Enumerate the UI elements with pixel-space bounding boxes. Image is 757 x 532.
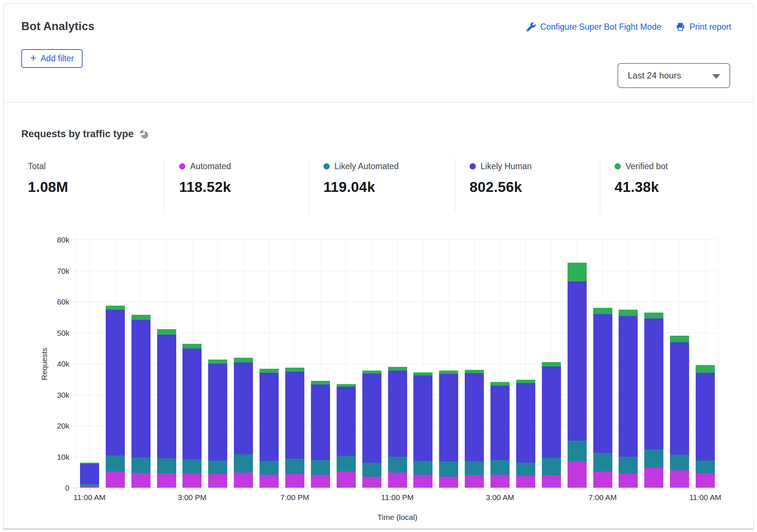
x-tick bbox=[500, 488, 500, 491]
bar-segment-verified-bot bbox=[208, 360, 227, 364]
bar-segment-verified-bot bbox=[182, 344, 202, 349]
bar-segment-automated bbox=[131, 473, 151, 488]
bar-segment-automated bbox=[413, 475, 432, 488]
stacked-bar bbox=[362, 371, 381, 488]
bar-segment-likely-automated bbox=[311, 460, 330, 475]
chevron-down-icon bbox=[712, 74, 720, 79]
bar-segment-likely-automated bbox=[106, 455, 125, 471]
x-tick-label: 11:00 AM bbox=[689, 493, 721, 502]
bar-segment-likely-human bbox=[234, 362, 253, 454]
bar-segment-likely-human bbox=[413, 375, 432, 461]
bar-segment-likely-human bbox=[157, 335, 176, 458]
stacked-bar bbox=[337, 384, 356, 488]
bar-segment-verified-bot bbox=[388, 367, 407, 371]
bar-segment-likely-automated bbox=[670, 455, 689, 470]
bar-segment-verified-bot bbox=[260, 369, 279, 373]
bar-segment-likely-automated bbox=[696, 460, 715, 473]
bar-segment-automated bbox=[311, 475, 330, 488]
bar-segment-automated bbox=[696, 473, 715, 488]
bar-segment-likely-automated bbox=[208, 460, 227, 474]
stacked-bar bbox=[490, 382, 510, 488]
bar-segment-likely-human bbox=[516, 383, 535, 463]
bar-segment-likely-automated bbox=[644, 449, 663, 468]
plot-left-edge bbox=[77, 240, 77, 488]
bar-segment-likely-human bbox=[388, 371, 407, 457]
y-tick-label: 30k bbox=[33, 390, 69, 400]
plus-icon: + bbox=[30, 52, 37, 63]
bar-segment-automated bbox=[362, 477, 381, 488]
stat-verified-bot-label: Verified bot bbox=[626, 161, 668, 171]
stat-likely-human: Likely Human 802.56k bbox=[470, 161, 532, 195]
y-tick bbox=[74, 395, 77, 395]
bar-segment-verified-bot bbox=[542, 362, 561, 367]
bar-segment-verified-bot bbox=[619, 310, 638, 316]
stacked-bar bbox=[208, 360, 227, 488]
x-tick bbox=[603, 488, 603, 491]
y-tick bbox=[74, 240, 77, 240]
stat-divider bbox=[309, 158, 309, 214]
stat-likely-human-value: 802.56k bbox=[470, 179, 532, 195]
stacked-bar bbox=[234, 358, 253, 488]
bar-segment-automated bbox=[490, 475, 510, 488]
bar-segment-automated bbox=[182, 474, 202, 488]
y-tick-label: 20k bbox=[33, 421, 69, 431]
section-title: Requests by traffic type bbox=[21, 128, 134, 140]
stacked-bar bbox=[593, 308, 612, 488]
stacked-bar bbox=[644, 313, 663, 488]
stacked-bar bbox=[311, 381, 330, 488]
x-tick bbox=[90, 488, 90, 491]
stacked-bar bbox=[542, 362, 561, 488]
likely-human-dot bbox=[470, 163, 476, 170]
traffic-type-stats: Total 1.08M Automated 118.52k Likely Aut… bbox=[4, 158, 753, 214]
bar-segment-automated bbox=[80, 487, 99, 488]
x-tick-label: 7:00 PM bbox=[280, 493, 309, 502]
add-filter-label: Add filter bbox=[41, 54, 74, 63]
bar-segment-likely-human bbox=[182, 349, 202, 460]
x-tick bbox=[295, 488, 295, 491]
bar-segment-verified-bot bbox=[696, 365, 715, 373]
bar-segment-likely-human bbox=[619, 316, 638, 457]
y-tick-label: 50k bbox=[33, 328, 69, 338]
bar-segment-automated bbox=[568, 462, 587, 488]
y-tick bbox=[74, 364, 77, 364]
stat-likely-automated-label: Likely Automated bbox=[334, 161, 399, 171]
time-range-select[interactable]: Last 24 hours bbox=[617, 63, 730, 88]
stat-divider bbox=[455, 158, 455, 214]
bar-segment-automated bbox=[465, 475, 484, 488]
bar-segment-likely-automated bbox=[157, 458, 176, 473]
stat-likely-automated-value: 119.04k bbox=[323, 179, 399, 195]
verified-bot-dot bbox=[615, 163, 621, 170]
bar-segment-likely-automated bbox=[593, 453, 612, 471]
bar-segment-automated bbox=[208, 474, 227, 488]
bar-segment-verified-bot bbox=[131, 315, 151, 320]
y-tick-label: 70k bbox=[33, 266, 69, 276]
x-tick bbox=[398, 488, 398, 491]
stacked-bar bbox=[413, 372, 432, 488]
stacked-bar bbox=[568, 263, 587, 488]
bar-segment-likely-human bbox=[670, 342, 689, 455]
stacked-bar bbox=[131, 315, 151, 488]
bar-segment-verified-bot bbox=[337, 384, 356, 387]
bar-segment-likely-human bbox=[106, 310, 125, 455]
bar-segment-likely-automated bbox=[568, 441, 587, 462]
bar-segment-automated bbox=[157, 473, 176, 488]
configure-link-label: Configure Super Bot Fight Mode bbox=[540, 22, 661, 32]
print-link-label: Print report bbox=[689, 22, 731, 32]
bar-segment-likely-human bbox=[696, 373, 715, 460]
bar-segment-verified-bot bbox=[439, 371, 458, 374]
configure-super-bot-fight-mode-link[interactable]: Configure Super Bot Fight Mode bbox=[526, 22, 661, 32]
stat-total-value: 1.08M bbox=[28, 179, 68, 195]
header-divider bbox=[4, 102, 753, 102]
print-report-link[interactable]: Print report bbox=[676, 22, 731, 32]
bar-segment-likely-human bbox=[80, 464, 99, 484]
bar-segment-likely-human bbox=[593, 314, 612, 453]
bar-segment-likely-automated bbox=[413, 461, 432, 474]
wrench-icon bbox=[526, 22, 536, 32]
bar-segment-likely-human bbox=[208, 364, 227, 460]
bar-segment-verified-bot bbox=[157, 329, 176, 334]
add-filter-button[interactable]: + Add filter bbox=[21, 49, 83, 68]
x-tick-label: 11:00 AM bbox=[73, 493, 105, 502]
y-tick-label: 0 bbox=[33, 483, 69, 493]
stacked-bar bbox=[388, 367, 407, 488]
y-tick bbox=[74, 333, 77, 333]
